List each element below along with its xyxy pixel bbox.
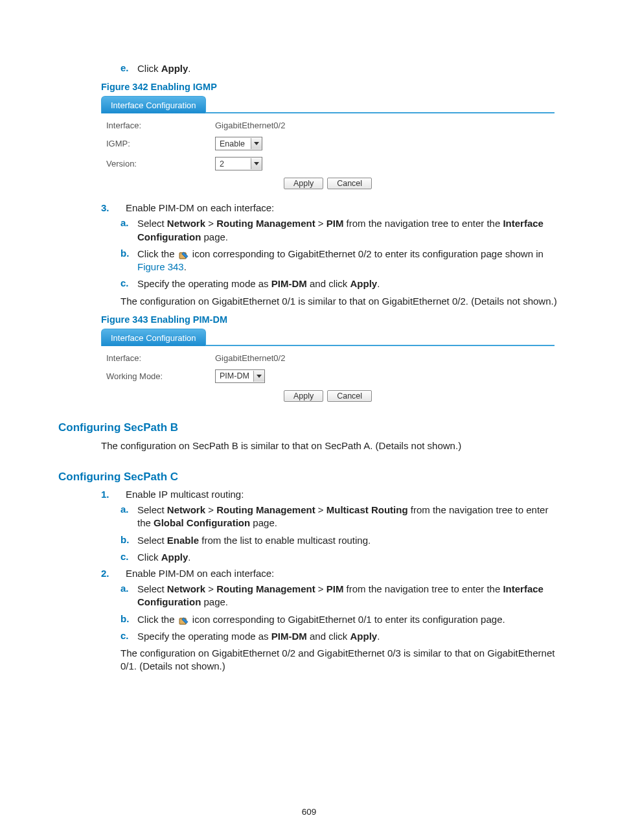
heading-secpath-c: Configuring SecPath C: [58, 471, 560, 484]
apply-button[interactable]: Apply: [284, 178, 323, 189]
secC-step1: 1. Enable IP multicast routing:: [101, 489, 560, 500]
figure-343: Interface Configuration Interface: Gigab…: [101, 329, 555, 403]
chevron-down-icon: [254, 162, 259, 165]
figure-342: Interface Configuration Interface: Gigab…: [101, 96, 555, 191]
version-label: Version:: [101, 159, 215, 169]
step3-a: a. Select Network > Routing Management >…: [120, 217, 560, 244]
interface-label: Interface:: [101, 121, 215, 130]
interface-value: GigabitEthernet0/2: [215, 353, 285, 363]
chevron-down-icon: [257, 375, 262, 378]
igmp-select-value: Enable: [216, 139, 251, 148]
figure-343-caption: Figure 343 Enabling PIM-DM: [101, 314, 560, 325]
working-mode-select[interactable]: PIM-DM: [215, 369, 265, 383]
figure-342-caption: Figure 342 Enabling IGMP: [101, 82, 560, 92]
heading-secpath-b: Configuring SecPath B: [58, 421, 560, 434]
substep-text: Click Apply.: [137, 62, 560, 75]
step3-b: b. Click the icon corresponding to Gigab…: [120, 248, 560, 274]
secC-s1-b: b. Select Enable from the list to enable…: [120, 534, 560, 547]
substep-e: e. Click Apply.: [120, 62, 560, 75]
dropdown-button-icon[interactable]: [251, 138, 262, 149]
version-select-value: 2: [216, 159, 251, 169]
igmp-select[interactable]: Enable: [215, 137, 262, 150]
step-3: 3. Enable PIM-DM on each interface:: [101, 202, 560, 213]
secC-s1-c: c. Click Apply.: [120, 551, 560, 564]
chevron-down-icon: [254, 142, 259, 145]
secC-s2-c: c. Specify the operating mode as PIM-DM …: [120, 630, 560, 643]
tab-interface-config[interactable]: Interface Configuration: [101, 96, 206, 113]
row-working-mode: Working Mode: PIM-DM: [101, 366, 555, 386]
row-igmp: IGMP: Enable: [101, 134, 555, 154]
apply-button[interactable]: Apply: [284, 390, 323, 402]
button-row: Apply Cancel: [101, 174, 555, 191]
form-body: Interface: GigabitEthernet0/2 Working Mo…: [101, 346, 555, 403]
secC-s1-a: a. Select Network > Routing Management >…: [120, 504, 560, 530]
tab-row: Interface Configuration: [101, 96, 555, 113]
edit-icon: [179, 250, 189, 259]
tab-interface-config[interactable]: Interface Configuration: [101, 329, 206, 346]
cancel-button[interactable]: Cancel: [327, 178, 372, 189]
page-number: 609: [0, 807, 618, 817]
secC-s2-a: a. Select Network > Routing Management >…: [120, 583, 560, 609]
step3-c: c. Specify the operating mode as PIM-DM …: [120, 277, 560, 290]
cancel-button[interactable]: Cancel: [327, 390, 372, 402]
substep-letter: e.: [120, 62, 137, 75]
version-select[interactable]: 2: [215, 157, 262, 170]
row-version: Version: 2: [101, 154, 555, 174]
working-mode-label: Working Mode:: [101, 371, 215, 381]
dropdown-button-icon[interactable]: [253, 371, 264, 382]
row-interface: Interface: GigabitEthernet0/2: [101, 117, 555, 134]
button-row: Apply Cancel: [101, 386, 555, 403]
secC-s2-note: The configuration on GigabitEthernet 0/2…: [120, 647, 560, 673]
step-text: Enable PIM-DM on each interface:: [126, 202, 560, 213]
secpath-b-text: The configuration on SecPath B is simila…: [101, 439, 560, 452]
working-mode-value: PIM-DM: [216, 371, 253, 380]
secC-s2-b: b. Click the icon corresponding to Gigab…: [120, 613, 560, 626]
form-body: Interface: GigabitEthernet0/2 IGMP: Enab…: [101, 113, 555, 191]
interface-label: Interface:: [101, 353, 215, 363]
figure-343-link[interactable]: Figure 343: [137, 261, 184, 272]
edit-icon: [179, 616, 189, 624]
tab-row: Interface Configuration: [101, 329, 555, 346]
interface-value: GigabitEthernet0/2: [215, 121, 285, 130]
row-interface: Interface: GigabitEthernet0/2: [101, 350, 555, 366]
dropdown-button-icon[interactable]: [251, 158, 262, 169]
secC-step2: 2. Enable PIM-DM on each interface:: [101, 568, 560, 579]
step-number: 3.: [101, 202, 126, 213]
step3-note: The configuration on GigabitEthernet 0/1…: [120, 295, 560, 308]
igmp-label: IGMP:: [101, 139, 215, 148]
